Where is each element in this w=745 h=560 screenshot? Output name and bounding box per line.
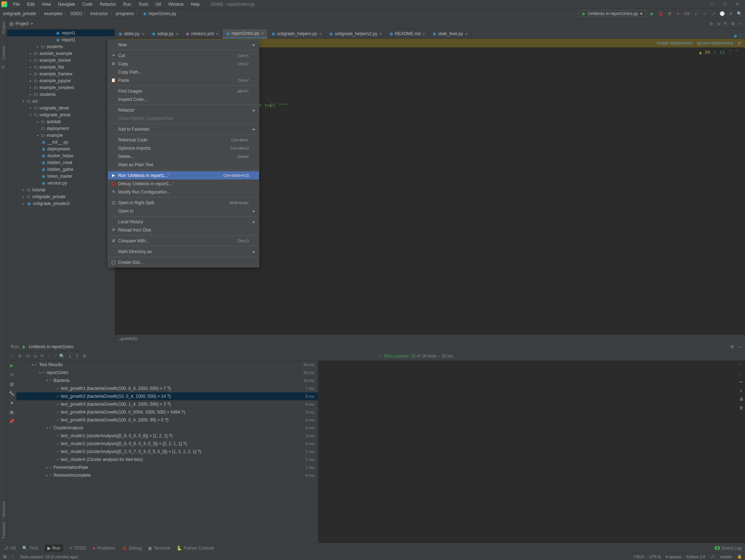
- close-tab-icon[interactable]: ✕: [175, 32, 178, 36]
- tree-item[interactable]: ◉token_loader: [7, 173, 115, 179]
- close-tab-icon[interactable]: ✕: [319, 32, 322, 36]
- lock-icon[interactable]: 🔒: [737, 554, 742, 559]
- test-tree-item[interactable]: ✓ test_growth3 (bacteriaGrowth(100, 1_4,…: [17, 400, 318, 408]
- clear-icon[interactable]: 🗑: [739, 405, 744, 410]
- context-menu-item[interactable]: Find UsagesAlt+F7: [108, 87, 259, 95]
- test-tree-item[interactable]: ▸✓ FermentationRate1 ms: [17, 463, 318, 471]
- tree-item[interactable]: ▸🗀unigrade_devel: [7, 104, 115, 111]
- expand-all-icon[interactable]: ⇲: [717, 21, 720, 26]
- sort-icon[interactable]: ↕≡: [25, 354, 30, 359]
- expand-arrow-icon[interactable]: ▸: [29, 106, 32, 110]
- close-tab-icon[interactable]: ✕: [465, 32, 468, 36]
- menu-tools[interactable]: Tools: [135, 1, 151, 8]
- menu-file[interactable]: File: [10, 1, 23, 8]
- tree-item[interactable]: ◉report1: [7, 29, 115, 36]
- menu-navigate[interactable]: Navigate: [55, 1, 78, 8]
- context-menu-item[interactable]: ◫Open in Right SplitShift+Enter: [108, 199, 259, 207]
- expand-arrow-icon[interactable]: ▸: [45, 466, 49, 469]
- git-push-icon[interactable]: ↗: [711, 11, 716, 17]
- tree-item[interactable]: ◉deployment.: [7, 145, 115, 152]
- tool-tab-run[interactable]: ▶Run: [45, 545, 63, 552]
- settings-icon[interactable]: ⚙: [83, 354, 87, 359]
- test-tree-item[interactable]: ✓ test_growth5 (bacteriaGrowth(100, 0_4,…: [17, 416, 318, 424]
- context-menu-item[interactable]: Delete...Delete: [108, 152, 259, 160]
- expand-arrow-icon[interactable]: ▸: [36, 45, 39, 48]
- test-tree-item[interactable]: ✓ test_cluster1 (clusterAnalysis([0_8, 0…: [17, 432, 318, 440]
- context-menu-item[interactable]: New▶: [108, 41, 259, 49]
- tree-item[interactable]: ▸🗀example_docker: [7, 57, 115, 64]
- ignore-requirement-link[interactable]: Ignore requirement: [697, 41, 733, 46]
- project-tool-tab[interactable]: Project: [1, 22, 6, 34]
- rerun-failed-icon[interactable]: ⟳: [10, 372, 14, 377]
- expand-arrow-icon[interactable]: ▸: [29, 59, 32, 62]
- menu-code[interactable]: Code: [79, 1, 96, 8]
- context-menu-item[interactable]: ⇄Compare With...Ctrl+D: [108, 237, 259, 245]
- tree-item[interactable]: ▸🗀autolab: [7, 118, 115, 125]
- tree-item[interactable]: ▾🗀src: [7, 98, 115, 104]
- wrench-icon[interactable]: 🔧: [9, 391, 14, 396]
- layout-icon[interactable]: ▣: [10, 410, 14, 415]
- context-menu-item[interactable]: Mark Directory as▶: [108, 247, 259, 256]
- hide-icon[interactable]: —: [737, 344, 741, 349]
- close-icon[interactable]: ✕: [736, 2, 739, 7]
- context-menu-item[interactable]: ✂CutCtrl+X: [108, 51, 259, 60]
- tree-item[interactable]: ▸🗀students: [7, 91, 115, 98]
- test-console[interactable]: ↑ ↓ ↩ ⤓ 🖶 🗑: [318, 361, 745, 543]
- commit-tool-tab[interactable]: Commit: [1, 46, 6, 60]
- expand-arrow-icon[interactable]: ▸: [45, 473, 49, 477]
- expand-arrow-icon[interactable]: ▸: [22, 195, 25, 199]
- breadcrumb-item[interactable]: report1intro.py: [149, 11, 176, 16]
- tree-item[interactable]: ◉docker_helpe: [7, 152, 115, 159]
- context-menu-item[interactable]: 📋PasteCtrl+V: [108, 76, 259, 84]
- pin-icon[interactable]: 📌: [9, 419, 14, 424]
- indent[interactable]: 4 spaces: [666, 555, 681, 559]
- menu-help[interactable]: Help: [188, 1, 202, 8]
- editor-tab[interactable]: ◉setup.py✕: [148, 29, 182, 38]
- chevron-down-icon[interactable]: ˇ: [735, 49, 738, 56]
- tree-item[interactable]: ◉__init__.py: [7, 139, 115, 145]
- breadcrumb-item[interactable]: programs: [116, 11, 134, 16]
- context-menu-item[interactable]: Reformat CodeCtrl+Alt+L: [108, 136, 259, 144]
- test-results-tree[interactable]: ▾✓ Test Results20 ms▾✓ report1intro20 ms…: [17, 361, 318, 543]
- collapse-all-icon[interactable]: ⇱: [724, 21, 727, 26]
- test-tree-item[interactable]: ✓ test_growth1 (bacteriaGrowth(100, 0_4,…: [17, 384, 318, 392]
- run-icon[interactable]: ▶: [649, 11, 655, 17]
- test-tree-item[interactable]: ▾✓ Bacteria10 ms: [17, 377, 318, 384]
- expand-arrow-icon[interactable]: ▸: [36, 134, 39, 137]
- expand-all-icon[interactable]: ⇲: [33, 354, 37, 359]
- collapse-all-icon[interactable]: ⇱: [41, 354, 44, 359]
- line-ending[interactable]: CRLF: [634, 555, 644, 559]
- breadcrumb-item[interactable]: unitgrade_private: [3, 11, 36, 16]
- run-configuration-dropdown[interactable]: ▶ Unittests in report1intro.py ▾: [578, 10, 646, 17]
- editor-tab[interactable]: ◉report1intro.py✕: [223, 29, 268, 38]
- settings-icon[interactable]: ⚙: [737, 41, 741, 46]
- test-tree-item[interactable]: ✓ test_cluster4 (Cluster analysis for ti…: [17, 456, 318, 463]
- breadcrumb-item[interactable]: instructor: [90, 11, 108, 16]
- git-rollback-icon[interactable]: ↺: [728, 11, 734, 17]
- prev-failed-icon[interactable]: ↑: [48, 354, 50, 359]
- tool-tab-debug[interactable]: 🐞Debug: [122, 546, 141, 551]
- import-icon[interactable]: ⤓: [68, 354, 72, 359]
- favorites-tool-tab[interactable]: Favorites: [1, 522, 6, 538]
- test-tree-item[interactable]: ✓ test_growth4 (bacteriaGrowth(100, 0_00…: [17, 408, 318, 416]
- tree-item[interactable]: ◉report1: [7, 36, 115, 43]
- close-tab-icon[interactable]: ✕: [216, 32, 219, 36]
- test-tree-item[interactable]: ▾✓ Test Results20 ms: [17, 361, 318, 369]
- context-menu-item[interactable]: Optimize ImportsCtrl+Alt+O: [108, 144, 259, 152]
- install-requirement-link[interactable]: Install requirement: [657, 41, 693, 46]
- select-opened-icon[interactable]: ⊚: [709, 21, 713, 26]
- warning-count-icon[interactable]: ▲ 30: [699, 49, 710, 56]
- scroll-up-icon[interactable]: ↑: [739, 362, 744, 367]
- editor-tab[interactable]: ◉slider.py✕: [115, 29, 148, 38]
- git-branch[interactable]: master: [720, 555, 732, 559]
- tool-tab-find[interactable]: 🔍Find: [22, 546, 38, 551]
- git-commit-icon[interactable]: ✓: [702, 11, 708, 17]
- menu-refactor[interactable]: Refactor: [97, 1, 119, 8]
- scroll-end-icon[interactable]: ⤓: [739, 388, 744, 393]
- expand-arrow-icon[interactable]: ▾: [45, 379, 49, 382]
- context-menu-item[interactable]: ◯Create Gist...: [108, 258, 259, 266]
- editor-tab[interactable]: ◉unitgrade_helpers2.py✕: [326, 29, 386, 38]
- maximize-icon[interactable]: ☐: [723, 2, 727, 7]
- file-icon[interactable]: ◉: [734, 33, 737, 38]
- tree-item[interactable]: ▸🗀example_jupyter: [7, 77, 115, 84]
